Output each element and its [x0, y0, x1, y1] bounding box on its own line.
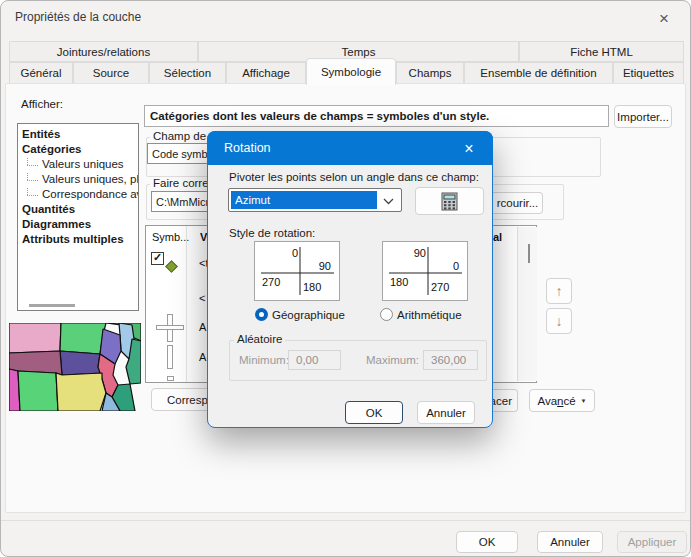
chevron-down-icon [383, 198, 394, 205]
apply-button: Appliquer [617, 531, 687, 553]
rotation-close-icon[interactable]: × [448, 132, 490, 165]
list-item-quantites[interactable]: Quantités [18, 202, 138, 217]
geographic-style-diagram: 0 90 180 270 [254, 241, 340, 301]
column-header-count[interactable]: al [493, 231, 502, 243]
tab-affichage[interactable]: Affichage [226, 62, 306, 84]
rotation-dialog: Rotation × Pivoter les points selon un a… [207, 131, 493, 428]
table-scrollbar[interactable] [517, 227, 537, 381]
diamond-symbol-icon[interactable] [165, 260, 178, 273]
list-item-valeurs-uniques[interactable]: Valeurs uniques [18, 157, 138, 172]
list-item-diagrammes[interactable]: Diagrammes [18, 217, 138, 232]
layer-properties-window: Propriétés de la couche × Jointures/rela… [0, 0, 691, 557]
footer-separator [1, 520, 690, 521]
tab-jointures-relations[interactable]: Jointures/relations [9, 41, 198, 62]
dropdown-arrow-icon: ▼ [581, 398, 587, 404]
column-separator [186, 226, 187, 382]
down-arrow-icon: ↓ [556, 313, 563, 329]
checkmark-icon: ✓ [153, 251, 162, 264]
arithmetic-radio-label[interactable]: Arithmétique [397, 309, 462, 321]
maximum-label: Maximum: [366, 354, 419, 366]
list-item-correspondance[interactable]: Correspondance av [18, 187, 138, 202]
minimum-field: 0,00 [288, 350, 341, 370]
list-item-entites[interactable]: Entités [18, 127, 138, 142]
move-down-button[interactable]: ↓ [546, 308, 572, 334]
tab-ensemble-definition[interactable]: Ensemble de définition [464, 62, 613, 84]
svg-text:90: 90 [414, 247, 426, 259]
cross-symbol-icon[interactable] [155, 314, 185, 342]
rotation-ok-button[interactable]: OK [345, 401, 403, 424]
cancel-button[interactable]: Annuler [537, 531, 603, 553]
svg-text:0: 0 [292, 247, 298, 259]
arithmetic-radio[interactable] [380, 308, 393, 321]
rotation-field-prompt: Pivoter les points selon un angle dans c… [229, 171, 479, 183]
move-up-button[interactable]: ↑ [546, 278, 572, 304]
symbology-category-list: Entités Catégories Valeurs uniques Valeu… [17, 123, 139, 311]
rotation-dialog-title: Rotation [224, 141, 271, 155]
advanced-button-label: Avancé [537, 395, 575, 407]
screen: Propriétés de la couche × Jointures/rela… [0, 0, 691, 557]
svg-text:270: 270 [262, 276, 280, 288]
import-button[interactable]: Importer... [614, 105, 672, 128]
tab-fiche-html[interactable]: Fiche HTML [519, 41, 684, 62]
advanced-button[interactable]: Avancé ▼ [529, 389, 595, 412]
list-item-valeurs-uniques-plusieurs[interactable]: Valeurs uniques, plu [18, 172, 138, 187]
table-scrollbar-thumb[interactable] [528, 244, 530, 263]
tab-champs[interactable]: Champs [396, 62, 464, 84]
list-item-attributs-multiples[interactable]: Attributs multiples [18, 232, 138, 247]
method-description-box: Catégories dont les valeurs de champs = … [144, 105, 609, 127]
tab-general[interactable]: Général [9, 62, 73, 84]
window-close-icon[interactable]: × [648, 5, 680, 32]
svg-text:0: 0 [453, 260, 459, 272]
value-field-dropdown[interactable]: Code symb [147, 143, 209, 164]
minimum-label: Minimum: [239, 354, 289, 366]
svg-text:90: 90 [319, 260, 331, 272]
maximum-field: 360,00 [423, 350, 478, 370]
geographic-radio[interactable] [255, 308, 268, 321]
column-header-symbol[interactable]: Symb... [152, 231, 189, 243]
tab-symbologie[interactable]: Symbologie [306, 58, 396, 85]
window-title: Propriétés de la couche [15, 10, 141, 24]
tab-source[interactable]: Source [73, 62, 149, 84]
rotation-field-selected: Azimut [231, 191, 377, 209]
table-row-value[interactable]: A [199, 321, 206, 333]
rotation-field-dropdown[interactable]: Azimut [228, 188, 402, 212]
rotation-style-label: Style de rotation: [229, 227, 315, 239]
map-preview [9, 323, 141, 411]
style-path-field[interactable]: C:\MmMicr [151, 191, 209, 212]
expression-builder-button[interactable] [415, 187, 484, 215]
method-description: Catégories dont les valeurs de champs = … [145, 110, 489, 122]
row-checkbox[interactable]: ✓ [151, 252, 164, 265]
ok-button[interactable]: OK [456, 531, 518, 553]
partial-symbol-icon [167, 376, 174, 381]
table-row-value[interactable]: A [199, 351, 206, 363]
svg-text:180: 180 [390, 276, 408, 288]
tab-etiquettes[interactable]: Etiquettes [613, 62, 684, 84]
list-item-categories[interactable]: Catégories [18, 142, 138, 157]
geographic-radio-label[interactable]: Géographique [272, 309, 345, 321]
up-arrow-icon: ↑ [556, 283, 563, 299]
calculator-icon [441, 192, 458, 211]
list-scrollbar-thumb[interactable] [29, 304, 75, 307]
bar-symbol-icon[interactable] [167, 345, 173, 369]
show-label: Afficher: [21, 98, 63, 110]
svg-text:180: 180 [303, 281, 321, 293]
rotation-cancel-button[interactable]: Annuler [417, 401, 475, 424]
random-group-label: Aléatoire [234, 333, 285, 345]
arithmetic-style-diagram: 90 0 270 180 [382, 241, 468, 301]
svg-text:270: 270 [431, 281, 449, 293]
table-row-value[interactable]: < [199, 292, 205, 304]
browse-button[interactable]: rcourir... [493, 192, 543, 214]
tab-selection[interactable]: Sélection [149, 62, 226, 84]
